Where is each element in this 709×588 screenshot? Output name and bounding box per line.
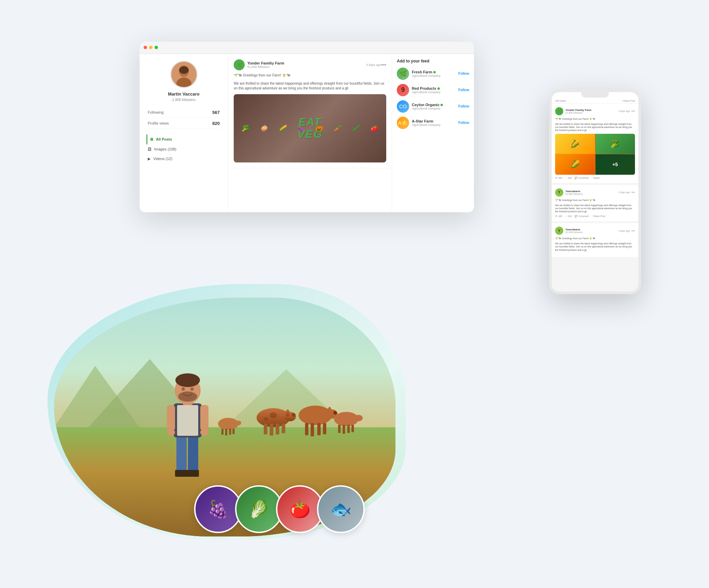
phone-post-1-image: 🌽 🥦 🌽 +5 bbox=[555, 134, 635, 175]
phone-post-2-actions: 👁 185 ⋯ 324 💬 Comment ↑ Share Post bbox=[555, 215, 635, 218]
profile-views-label: Profile views bbox=[148, 121, 169, 125]
red-products-avatar: 9 bbox=[397, 84, 409, 96]
nav-videos[interactable]: ▶ Videos (12) bbox=[146, 154, 221, 164]
svg-rect-37 bbox=[175, 470, 187, 477]
profile-sidebar: Martin Vaccaro -1,908 followers- Followi… bbox=[140, 54, 228, 212]
phone-post-3-more[interactable]: ••• bbox=[631, 229, 635, 233]
fresh-farm-avatar: 🌿 bbox=[397, 68, 409, 80]
phone-post-3-greeting: 🌱🐄 Greetings from our Farm! 🌾🐄 bbox=[555, 237, 635, 240]
phone-post-2-header: Y Yearrakarm 51,008 followers 3 days ago… bbox=[555, 188, 635, 197]
suggestion-ceylon-organic: CO Ceylon Organic Agricultural company F… bbox=[397, 100, 469, 113]
phone-post-1: 🌿 Yonder Family Farm 51,908 followers 3 … bbox=[552, 104, 638, 183]
img-grid-2: 🥦 bbox=[595, 134, 635, 154]
svg-point-21 bbox=[333, 411, 337, 415]
phone-share[interactable]: ↑ Share Post bbox=[621, 100, 635, 102]
phone-post-2-greeting: 🌱🐄 Greetings from our Farm! 🌾🐄 bbox=[555, 199, 635, 202]
post-greeting: 🌱🐄 Greetings from our Farm! 🌾🐄 bbox=[234, 73, 386, 78]
phone-post-3-author: Yearrakarm bbox=[565, 228, 618, 231]
grapes-emoji: 🍇 bbox=[196, 487, 241, 532]
astar-farm-follow-button[interactable]: Follow bbox=[458, 121, 469, 125]
phone-post-1-avatar: 🌿 bbox=[555, 107, 563, 115]
food-circle-tomatoes: 🍅 bbox=[276, 485, 324, 533]
svg-rect-30 bbox=[221, 429, 223, 435]
fresh-farm-info: Fresh Farm Agricultural company bbox=[412, 70, 455, 77]
phone-post-1-time: 3 days ago bbox=[618, 110, 630, 112]
nav-images[interactable]: 🖼 Images (108) bbox=[146, 144, 221, 154]
online-dot-3 bbox=[440, 104, 443, 106]
ceylon-organic-avatar: CO bbox=[397, 100, 409, 113]
svg-point-44 bbox=[200, 429, 208, 436]
svg-point-54 bbox=[179, 66, 189, 73]
svg-rect-19 bbox=[323, 423, 327, 434]
phone-post-3-time: 3 days ago bbox=[618, 230, 630, 232]
svg-text:🌿: 🌿 bbox=[236, 62, 243, 68]
profile-nav: ⊞ All Posts 🖼 Images (108) ▶ Videos (12) bbox=[146, 134, 221, 164]
minimize-btn[interactable] bbox=[149, 46, 153, 49]
online-dot bbox=[433, 71, 436, 73]
phone-notch bbox=[581, 92, 609, 98]
ceylon-organic-info: Ceylon Organic Agricultural company bbox=[412, 103, 455, 110]
suggestion-astar-farm: A⭐ A-Star Farm Agricultural company Foll… bbox=[397, 117, 469, 129]
post-header: 🌿 Yonder Familiy Farm 51,908 followers 3… bbox=[234, 59, 386, 70]
food-circle-greens: 🥬 bbox=[235, 485, 283, 533]
phone-post-3-avatar: Y bbox=[555, 227, 563, 235]
svg-rect-17 bbox=[311, 423, 314, 436]
close-btn[interactable] bbox=[144, 46, 147, 49]
grid-icon: ⊞ bbox=[150, 137, 153, 142]
phone-post-2-body: We are thrilled to share the latest happ… bbox=[555, 204, 635, 213]
red-products-follow-button[interactable]: Follow bbox=[458, 88, 469, 92]
phone-post-2-followers: 51,008 followers bbox=[565, 193, 618, 195]
maximize-btn[interactable] bbox=[155, 46, 158, 49]
svg-rect-32 bbox=[229, 429, 231, 435]
phone-views: 185 Views bbox=[555, 100, 566, 102]
post-more-button[interactable]: ••• bbox=[381, 62, 386, 68]
phone-post-2-author: Yearrakarm bbox=[565, 190, 618, 193]
svg-rect-42 bbox=[200, 405, 208, 431]
phone-post-2-more[interactable]: ••• bbox=[631, 190, 635, 194]
post-avatar: 🌿 bbox=[234, 59, 245, 70]
fresh-farm-name: Fresh Farm bbox=[412, 70, 455, 74]
image-overlay-count: +5 bbox=[595, 154, 635, 175]
post-body: We are thrilled to share the latest happ… bbox=[234, 81, 386, 91]
profile-followers: -1,908 followers- bbox=[146, 98, 221, 102]
feed-suggestions-title: Add to your feed bbox=[397, 59, 469, 63]
svg-rect-33 bbox=[233, 429, 235, 434]
phone-post-1-more[interactable]: ••• bbox=[631, 109, 635, 113]
img-grid-1: 🌽 bbox=[555, 134, 595, 154]
feed-area: 🌿 Yonder Familiy Farm 51,908 followers 3… bbox=[228, 54, 392, 212]
img-grid-3: 🌽 bbox=[555, 154, 595, 175]
ceylon-organic-follow-button[interactable]: Follow bbox=[458, 104, 469, 108]
online-dot-2 bbox=[437, 87, 440, 90]
profile-name: Martin Vaccaro bbox=[146, 91, 221, 97]
astar-farm-info: A-Star Farm Agricultural company bbox=[412, 119, 455, 127]
right-sidebar: Add to your feed 🌿 Fresh Farm Agricultur… bbox=[392, 54, 474, 212]
post-author-info: Yonder Familiy Farm 51,908 followers bbox=[247, 61, 366, 69]
phone-post-1-greeting: 🌱🐄 Greetings from our Farm! 🌾🐄 bbox=[555, 117, 635, 120]
phone-post-1-header: 🌿 Yonder Family Farm 51,908 followers 3 … bbox=[555, 107, 635, 115]
svg-rect-36 bbox=[188, 434, 198, 475]
tomatoes-emoji: 🍅 bbox=[277, 487, 322, 532]
scene: Martin Vaccaro -1,908 followers- Followi… bbox=[47, 21, 662, 567]
profile-avatar bbox=[170, 61, 198, 88]
image-icon: 🖼 bbox=[148, 147, 151, 151]
svg-rect-35 bbox=[176, 434, 187, 475]
fish-emoji: 🐟 bbox=[318, 487, 363, 532]
suggestion-fresh-farm: 🌿 Fresh Farm Agricultural company Follow bbox=[397, 68, 469, 80]
phone-post-1-author: Yonder Family Farm bbox=[565, 109, 618, 112]
fresh-farm-follow-button[interactable]: Follow bbox=[458, 72, 469, 75]
svg-point-12 bbox=[286, 409, 289, 416]
svg-rect-41 bbox=[167, 405, 175, 431]
ceylon-organic-sub: Agricultural company bbox=[412, 107, 455, 110]
greens-emoji: 🥬 bbox=[236, 487, 281, 532]
svg-point-49 bbox=[190, 387, 194, 391]
img-grid-4: +5 bbox=[595, 154, 635, 175]
post-image: 🥦 🧅 🌽 🍆 🎃 🥕 🥒 🍅 EAT VEG bbox=[234, 94, 386, 162]
svg-point-22 bbox=[328, 407, 332, 414]
red-products-sub: Agricultural company bbox=[412, 90, 455, 94]
browser-bar bbox=[140, 42, 474, 54]
following-count: 567 bbox=[212, 110, 220, 115]
phone-post-2-time: 3 days ago bbox=[618, 191, 630, 193]
nav-all-posts[interactable]: ⊞ All Posts bbox=[146, 134, 221, 144]
post-time: 3 days ago bbox=[366, 63, 381, 67]
svg-rect-26 bbox=[347, 425, 350, 433]
